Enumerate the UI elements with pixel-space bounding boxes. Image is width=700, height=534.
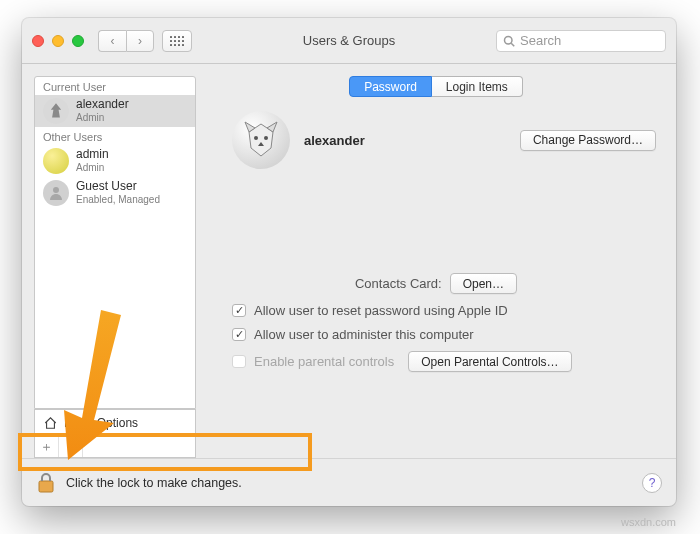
profile-avatar[interactable] (232, 111, 290, 169)
user-row-current[interactable]: alexander Admin (35, 95, 195, 127)
checkbox-administer[interactable]: Allow user to administer this computer (232, 327, 660, 342)
search-icon (503, 35, 515, 47)
other-users-label: Other Users (35, 127, 195, 145)
user-list: Current User alexander Admin Other Users… (34, 76, 196, 409)
house-icon (43, 416, 58, 430)
forward-button[interactable]: › (126, 30, 154, 52)
settings-group: Contacts Card: Open… Allow user to reset… (212, 273, 660, 372)
contacts-card-label: Contacts Card: (355, 276, 442, 291)
checkbox-parental-controls: Enable parental controls Open Parental C… (232, 351, 660, 372)
checkbox-label: Enable parental controls (254, 354, 394, 369)
footer: Click the lock to make changes. ? (22, 458, 676, 506)
user-role: Admin (76, 162, 109, 174)
lock-icon (36, 472, 56, 494)
user-row-guest[interactable]: Guest User Enabled, Managed (35, 177, 195, 209)
user-role: Enabled, Managed (76, 194, 160, 206)
user-role: Admin (76, 112, 129, 124)
checkbox-label: Allow user to administer this computer (254, 327, 474, 342)
svg-point-3 (53, 187, 59, 193)
window-controls (32, 35, 84, 47)
back-button[interactable]: ‹ (98, 30, 126, 52)
checkbox-icon (232, 328, 246, 341)
svg-point-5 (264, 136, 268, 140)
user-avatar-icon (43, 98, 69, 124)
minimize-window-button[interactable] (52, 35, 64, 47)
user-name: Guest User (76, 180, 160, 194)
checkbox-icon (232, 304, 246, 317)
checkbox-label: Allow user to reset password using Apple… (254, 303, 508, 318)
open-parental-controls-button[interactable]: Open Parental Controls… (408, 351, 571, 372)
help-button[interactable]: ? (642, 473, 662, 493)
window-title: Users & Groups (303, 33, 395, 48)
current-user-label: Current User (35, 77, 195, 95)
change-password-button[interactable]: Change Password… (520, 130, 656, 151)
close-window-button[interactable] (32, 35, 44, 47)
user-name: alexander (76, 98, 129, 112)
remove-user-button[interactable]: － (59, 437, 83, 457)
add-remove-bar: ＋ － . (34, 437, 196, 458)
chevron-right-icon: › (138, 34, 142, 48)
user-name: admin (76, 148, 109, 162)
search-placeholder: Search (520, 33, 561, 48)
login-options-button[interactable]: Login Options (34, 409, 196, 437)
user-row-admin[interactable]: admin Admin (35, 145, 195, 177)
add-user-button[interactable]: ＋ (35, 437, 59, 457)
checkbox-reset-apple-id[interactable]: Allow user to reset password using Apple… (232, 303, 660, 318)
content-area: Current User alexander Admin Other Users… (22, 64, 676, 458)
tab-login-items[interactable]: Login Items (432, 76, 523, 97)
sidebar: Current User alexander Admin Other Users… (22, 64, 196, 458)
help-icon: ? (649, 476, 656, 490)
tab-password[interactable]: Password (349, 76, 432, 97)
spacer: . (83, 437, 195, 457)
watermark-text: wsxdn.com (621, 516, 676, 528)
grid-icon (170, 36, 184, 46)
user-silhouette-icon (43, 180, 69, 206)
prefs-window: ‹ › Users & Groups Search Current User (22, 18, 676, 506)
lock-area[interactable]: Click the lock to make changes. (36, 472, 242, 494)
profile-name: alexander (304, 133, 365, 148)
user-avatar-icon (43, 148, 69, 174)
checkbox-icon (232, 355, 246, 368)
open-contacts-button[interactable]: Open… (450, 273, 517, 294)
lock-text: Click the lock to make changes. (66, 476, 242, 490)
nav-back-forward: ‹ › (98, 30, 154, 52)
svg-rect-6 (39, 481, 53, 492)
chevron-left-icon: ‹ (111, 34, 115, 48)
profile-header: alexander Change Password… (212, 111, 660, 179)
login-options-label: Login Options (64, 416, 138, 430)
zoom-window-button[interactable] (72, 35, 84, 47)
svg-line-1 (511, 43, 514, 46)
search-field[interactable]: Search (496, 30, 666, 52)
svg-point-0 (505, 36, 513, 44)
tab-bar: Password Login Items (212, 76, 660, 97)
main-panel: Password Login Items alexander Change Pa… (196, 64, 676, 458)
show-all-button[interactable] (162, 30, 192, 52)
svg-point-4 (254, 136, 258, 140)
titlebar: ‹ › Users & Groups Search (22, 18, 676, 64)
contacts-card-row: Contacts Card: Open… (212, 273, 660, 294)
fox-avatar-icon (239, 118, 283, 162)
